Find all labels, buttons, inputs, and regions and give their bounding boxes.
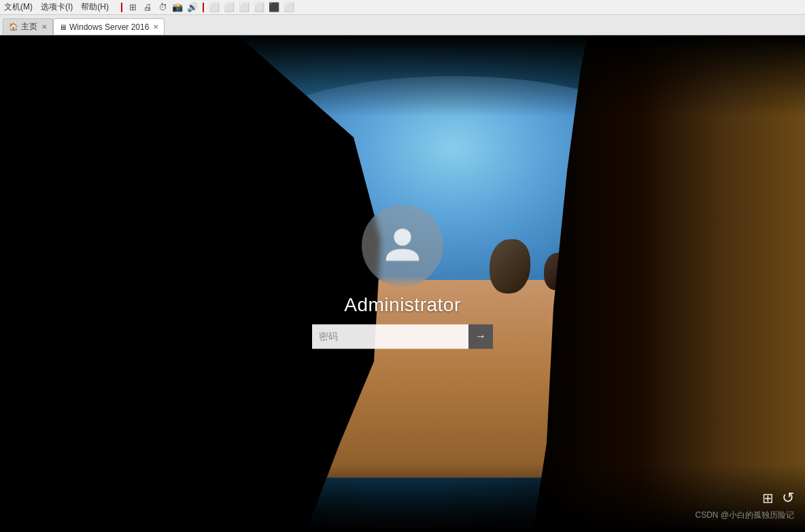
toolbar-icon-10[interactable]: ⬛ xyxy=(268,1,280,14)
rock-1 xyxy=(490,239,530,294)
tab-server[interactable]: 🖥 Windows Server 2016 ✕ xyxy=(53,18,165,35)
tab-home-close[interactable]: ✕ xyxy=(41,23,47,31)
tab-home-label: 主页 xyxy=(21,21,37,33)
watermark: CSDN @小白的孤独历险记 xyxy=(695,510,794,521)
menu-help[interactable]: 帮助(H) xyxy=(80,1,110,13)
submit-button[interactable]: → xyxy=(468,324,493,349)
toolbar-icon-1[interactable]: ⊞ xyxy=(126,1,139,14)
menu-tabs[interactable]: 选项卡(I) xyxy=(39,1,74,13)
toolbar-separator-2 xyxy=(203,3,204,12)
monitor-icon[interactable]: ⊞ xyxy=(762,490,774,506)
toolbar-icon-11[interactable]: ⬜ xyxy=(283,1,295,14)
toolbar: 文机(M) 选项卡(I) 帮助(H) ⊞ 🖨 ⏱ 📸 🔊 ⬜ ⬜ ⬜ ⬜ ⬛ ⬜ xyxy=(0,0,805,15)
refresh-icon[interactable]: ↺ xyxy=(782,489,794,507)
login-container: Administrator → xyxy=(312,205,493,349)
avatar xyxy=(362,205,443,286)
server-tab-icon: 🖥 xyxy=(59,23,67,31)
password-area: → xyxy=(312,324,493,349)
user-avatar-icon xyxy=(379,220,426,270)
toolbar-icons: ⊞ 🖨 ⏱ 📸 🔊 ⬜ ⬜ ⬜ ⬜ ⬛ ⬜ xyxy=(120,1,295,14)
cave-bottom xyxy=(0,464,805,532)
tab-server-close[interactable]: ✕ xyxy=(153,23,158,31)
toolbar-icon-7[interactable]: ⬜ xyxy=(223,1,235,14)
tab-home[interactable]: 🏠 主页 ✕ xyxy=(3,18,53,35)
tab-server-label: Windows Server 2016 xyxy=(69,22,149,32)
menu-file[interactable]: 文机(M) xyxy=(3,1,34,13)
username-label: Administrator xyxy=(344,294,460,316)
toolbar-icon-4[interactable]: 📸 xyxy=(171,1,184,14)
toolbar-icon-6[interactable]: ⬜ xyxy=(208,1,220,14)
cave-top xyxy=(0,35,805,117)
toolbar-separator xyxy=(121,3,122,12)
toolbar-icon-2[interactable]: 🖨 xyxy=(141,1,154,14)
home-tab-icon: 🏠 xyxy=(9,22,18,31)
toolbar-icon-8[interactable]: ⬜ xyxy=(238,1,250,14)
toolbar-icon-3[interactable]: ⏱ xyxy=(156,1,169,14)
password-input[interactable] xyxy=(312,324,468,349)
user-icon-svg xyxy=(379,220,426,268)
toolbar-icon-5[interactable]: 🔊 xyxy=(186,1,199,14)
tabbar: 🏠 主页 ✕ 🖥 Windows Server 2016 ✕ xyxy=(0,15,805,35)
main-content: Administrator → ⊞ ↺ CSDN @小白的孤独历险记 xyxy=(0,35,805,532)
bottom-icons: ⊞ ↺ xyxy=(762,489,794,507)
bottom-right-area: ⊞ ↺ CSDN @小白的孤独历险记 xyxy=(695,489,794,521)
toolbar-menu: 文机(M) 选项卡(I) 帮助(H) xyxy=(3,1,110,13)
svg-point-0 xyxy=(394,228,411,245)
toolbar-icon-9[interactable]: ⬜ xyxy=(253,1,265,14)
submit-arrow-icon: → xyxy=(475,330,486,342)
